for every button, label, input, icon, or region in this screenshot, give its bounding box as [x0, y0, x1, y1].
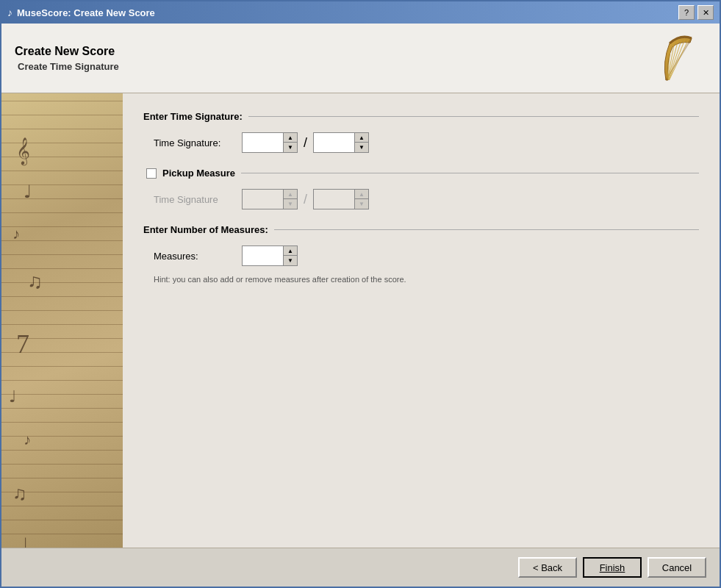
measures-spinbox: 12 ▲ ▼	[242, 245, 298, 266]
pickup-denominator-buttons: ▲ ▼	[354, 190, 368, 209]
measures-hint: Hint: you can also add or remove measure…	[143, 275, 699, 284]
pickup-denominator-input: 4	[314, 190, 354, 209]
left-panel: 𝄞 ♩ ♪ ♫ 7 ♩ ♪ ♫ ♩	[1, 93, 123, 548]
deco-note6: ♫	[12, 483, 27, 505]
harp-icon	[655, 32, 706, 84]
deco-note2: ♪	[12, 226, 20, 243]
sheet-music-background: 𝄞 ♩ ♪ ♫ 7 ♩ ♪ ♫ ♩	[1, 93, 123, 548]
measures-buttons: ▲ ▼	[283, 246, 297, 265]
deco-note5: ♪	[24, 431, 31, 448]
measures-row: Measures: 12 ▲ ▼	[143, 245, 699, 266]
measures-section-line	[274, 229, 699, 230]
time-sig-numerator-down[interactable]: ▼	[284, 143, 297, 152]
time-sig-denominator-down[interactable]: ▼	[355, 143, 368, 152]
time-sig-denominator-buttons: ▲ ▼	[354, 133, 368, 152]
pickup-denominator-spinbox: 4 ▲ ▼	[313, 189, 369, 209]
cancel-button[interactable]: Cancel	[648, 557, 706, 578]
measures-up[interactable]: ▲	[284, 246, 297, 256]
page-subtitle: Create Time Signature	[18, 61, 119, 72]
time-sig-denominator-spinbox: 4 ▲ ▼	[313, 132, 369, 153]
close-button[interactable]: ✕	[697, 5, 714, 20]
time-sig-section-title: Enter Time Signature:	[143, 111, 243, 122]
measures-section: Enter Number of Measures: Measures: 12 ▲…	[143, 224, 699, 284]
deco-note4: ♩	[9, 387, 16, 406]
time-sig-numerator-spinbox: 4 ▲ ▼	[242, 132, 298, 153]
time-sig-section-line	[248, 116, 699, 117]
right-panel: Enter Time Signature: Time Signature: 4 …	[123, 93, 720, 548]
deco-note1: ♩	[24, 182, 32, 202]
back-button[interactable]: < Back	[518, 557, 577, 578]
header-area: Create New Score Create Time Signature	[1, 24, 720, 93]
pickup-checkbox[interactable]	[146, 168, 157, 179]
time-sig-numerator-input[interactable]: 4	[243, 133, 283, 152]
finish-button[interactable]: Finish	[583, 557, 642, 578]
pickup-numerator-buttons: ▲ ▼	[283, 190, 297, 209]
pickup-numerator-down: ▼	[284, 199, 297, 209]
time-sig-section-header: Enter Time Signature:	[143, 111, 699, 122]
pickup-label: Pickup Measure	[162, 168, 235, 179]
pickup-section-line	[241, 173, 699, 173]
pickup-time-sig-label: Time Signature	[154, 194, 234, 205]
measures-section-header: Enter Number of Measures:	[143, 224, 699, 235]
time-sig-denominator-input[interactable]: 4	[314, 133, 354, 152]
pickup-sig-row: Time Signature 4 ▲ ▼ / 4 ▲ ▼	[143, 189, 699, 209]
pickup-row: Pickup Measure	[143, 168, 241, 179]
pickup-numerator-spinbox: 4 ▲ ▼	[242, 189, 298, 209]
time-sig-denominator-up[interactable]: ▲	[355, 133, 368, 143]
pickup-section-header: Pickup Measure	[143, 168, 699, 179]
deco-note3: ♫	[27, 270, 43, 293]
main-window: ♪ MuseScore: Create New Score ? ✕ Create…	[0, 0, 721, 588]
time-sig-label: Time Signature:	[154, 137, 234, 148]
app-icon: ♪	[7, 7, 12, 18]
measures-down[interactable]: ▼	[284, 256, 297, 265]
time-sig-numerator-buttons: ▲ ▼	[283, 133, 297, 152]
button-bar: < Back Finish Cancel	[1, 548, 720, 587]
pickup-numerator-up: ▲	[284, 190, 297, 199]
deco-number: 7	[16, 329, 29, 359]
pickup-numerator-input: 4	[243, 190, 283, 209]
title-bar-buttons: ? ✕	[678, 5, 714, 20]
measures-section-title: Enter Number of Measures:	[143, 224, 268, 235]
measures-label: Measures:	[154, 251, 234, 262]
help-button[interactable]: ?	[678, 5, 695, 20]
pickup-slash: /	[304, 192, 307, 207]
title-bar-left: ♪ MuseScore: Create New Score	[7, 7, 155, 18]
measures-input[interactable]: 12	[243, 246, 283, 265]
time-signature-section: Enter Time Signature: Time Signature: 4 …	[143, 111, 699, 153]
deco-note7: ♩	[20, 534, 28, 548]
header-titles: Create New Score Create Time Signature	[15, 45, 119, 72]
time-sig-slash: /	[304, 135, 307, 151]
pickup-denominator-up: ▲	[355, 190, 368, 199]
window-title: MuseScore: Create New Score	[17, 7, 155, 18]
main-content: 𝄞 ♩ ♪ ♫ 7 ♩ ♪ ♫ ♩ Enter Time Signature:	[1, 93, 720, 548]
time-sig-row: Time Signature: 4 ▲ ▼ / 4 ▲ ▼	[143, 132, 699, 153]
page-title: Create New Score	[15, 45, 119, 58]
time-sig-numerator-up[interactable]: ▲	[284, 133, 297, 143]
title-bar: ♪ MuseScore: Create New Score ? ✕	[1, 1, 720, 24]
deco-clef: 𝄞	[16, 137, 30, 165]
pickup-measure-section: Pickup Measure Time Signature 4 ▲ ▼ /	[143, 168, 699, 209]
pickup-denominator-down: ▼	[355, 199, 368, 209]
